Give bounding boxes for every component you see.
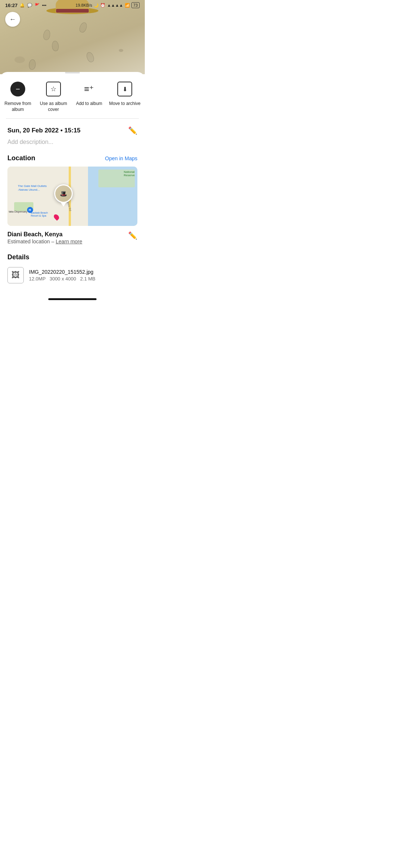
list-plus-icon: ≡⁺ — [82, 82, 97, 96]
moon-icon: 🌙 — [94, 3, 99, 8]
location-info: Diani Beach, Kenya Estimated location – … — [7, 231, 82, 244]
network-speed: 19.8KB/s — [76, 3, 92, 7]
bottom-sheet: − Remove from album ☆ Use as album cover… — [0, 72, 145, 300]
alarm-icon: ⏰ — [100, 3, 105, 8]
remove-from-album-icon-wrap: − — [9, 80, 27, 98]
map-container[interactable]: The Gate Mall Outlets-Naivas Ukund... Na… — [7, 167, 137, 226]
notification-icon: 🔔 — [20, 3, 25, 8]
details-section: Details 🖼 IMG_20220220_151552.jpg 12.0MP… — [0, 253, 145, 291]
map-label-resort: Baobab BeachResort & Spa — [31, 211, 48, 218]
location-sub: Estimated location – Learn more — [7, 239, 82, 244]
whatsapp-icon: 💬 — [27, 3, 32, 8]
action-add-to-album[interactable]: ≡⁺ Add to album — [71, 80, 107, 107]
back-button[interactable]: ← — [5, 12, 20, 27]
star-box-icon: ☆ — [46, 82, 61, 96]
sheet-handle — [65, 72, 80, 73]
image-file-icon: 🖼 — [12, 270, 20, 280]
more-icon: ••• — [42, 3, 46, 7]
edit-location-icon[interactable]: ✏️ — [128, 231, 137, 240]
bookmark-icon: 🚩 — [35, 3, 40, 8]
action-download[interactable]: ⬇ Down... — [143, 80, 145, 107]
action-use-as-album-cover[interactable]: ☆ Use as album cover — [36, 80, 71, 112]
info-section: Sun, 20 Feb 2022 • 15:15 ✏️ Add descript… — [0, 119, 145, 244]
file-row: 🖼 IMG_20220220_151552.jpg 12.0MP 3000 x … — [7, 267, 137, 283]
battery: 73 — [131, 2, 140, 8]
date-row: Sun, 20 Feb 2022 • 15:15 ✏️ — [7, 126, 137, 135]
wifi-icon: 📶 — [125, 3, 130, 8]
archive-icon: ⬇ — [117, 82, 132, 96]
rock — [119, 49, 123, 52]
add-to-album-label: Add to album — [76, 101, 102, 107]
home-indicator — [48, 298, 97, 300]
time: 16:27 — [5, 3, 17, 8]
back-arrow-icon: ← — [9, 16, 16, 23]
description-placeholder[interactable]: Add description... — [7, 139, 137, 145]
rock — [14, 56, 25, 63]
file-name: IMG_20220220_151552.jpg — [29, 269, 95, 275]
move-to-archive-label: Move to archive — [109, 101, 141, 107]
action-row: − Remove from album ☆ Use as album cover… — [0, 79, 145, 118]
date-text: Sun, 20 Feb 2022 • 15:15 — [7, 127, 81, 134]
map-pin-tail — [61, 202, 66, 207]
status-left: 16:27 🔔 💬 🚩 ••• — [5, 3, 46, 8]
file-icon: 🖼 — [7, 267, 24, 283]
move-to-archive-icon-wrap: ⬇ — [116, 80, 134, 98]
map-label-reserve: NationalReserve — [124, 170, 135, 177]
remove-from-album-label: Remove from album — [1, 101, 34, 112]
status-bar: 16:27 🔔 💬 🚩 ••• 19.8KB/s 🌙 ⏰ ▲▲▲▲ 📶 73 — [0, 0, 145, 10]
location-detail: Diani Beach, Kenya Estimated location – … — [7, 231, 137, 244]
action-move-to-archive[interactable]: ⬇ Move to archive — [107, 80, 143, 107]
status-right: 19.8KB/s 🌙 ⏰ ▲▲▲▲ 📶 73 — [76, 2, 140, 8]
minus-circle-icon: − — [10, 82, 25, 96]
use-as-album-cover-icon-wrap: ☆ — [45, 80, 62, 98]
use-as-album-cover-label: Use as album cover — [37, 101, 70, 112]
map-marker-resort — [54, 214, 59, 220]
learn-more-link[interactable]: Learn more — [56, 239, 82, 244]
location-name: Diani Beach, Kenya — [7, 231, 82, 238]
map-label-mall: The Gate Mall Outlets-Naivas Ukund... — [18, 184, 47, 191]
file-info: IMG_20220220_151552.jpg 12.0MP 3000 x 40… — [29, 269, 95, 282]
location-header: Location Open in Maps — [7, 154, 137, 162]
action-remove-from-album[interactable]: − Remove from album — [0, 80, 36, 112]
beach-background — [0, 0, 145, 74]
map-pin: 🎩 — [54, 184, 73, 207]
photo-area: ← — [0, 0, 145, 74]
location-title: Location — [7, 154, 35, 162]
map-pin-circle: 🎩 — [54, 184, 73, 203]
map-marker-hospital: H — [27, 207, 33, 213]
edit-date-icon[interactable]: ✏️ — [128, 126, 137, 135]
map-background: The Gate Mall Outlets-Naivas Ukund... Na… — [7, 167, 137, 226]
details-title: Details — [7, 253, 137, 261]
open-maps-button[interactable]: Open in Maps — [105, 155, 137, 161]
file-meta: 12.0MP 3000 x 4000 2.1 MB — [29, 276, 95, 282]
add-to-album-icon-wrap: ≡⁺ — [80, 80, 98, 98]
signal-icon: ▲▲▲▲ — [107, 3, 123, 7]
map-label-dispensary: taka Dispensary — [9, 210, 27, 213]
